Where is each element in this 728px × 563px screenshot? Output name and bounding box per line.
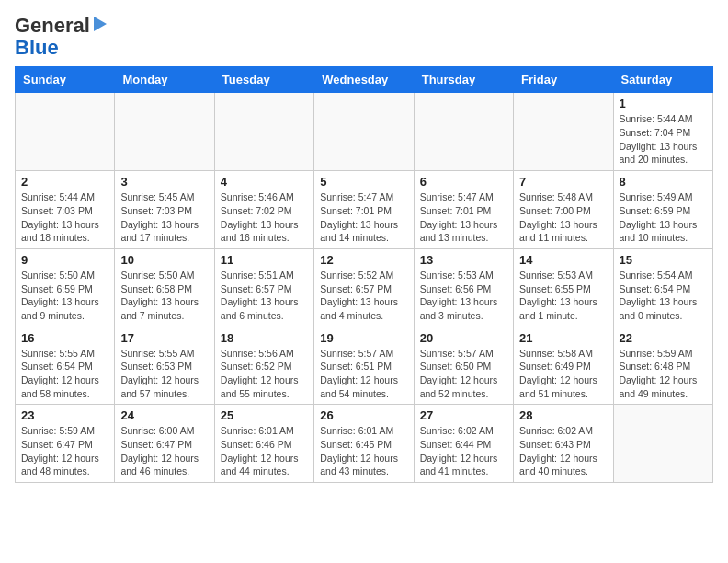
day-number: 28 bbox=[519, 408, 607, 422]
calendar-cell: 25Sunrise: 6:01 AM Sunset: 6:46 PM Dayli… bbox=[214, 405, 313, 483]
calendar-cell: 15Sunrise: 5:54 AM Sunset: 6:54 PM Dayli… bbox=[613, 248, 712, 327]
day-number: 15 bbox=[620, 253, 707, 267]
day-info: Sunrise: 5:50 AM Sunset: 6:59 PM Dayligh… bbox=[21, 269, 108, 323]
page-header: General Blue bbox=[15, 15, 713, 59]
day-number: 7 bbox=[519, 175, 607, 189]
calendar-cell: 10Sunrise: 5:50 AM Sunset: 6:58 PM Dayli… bbox=[115, 248, 214, 327]
day-info: Sunrise: 5:53 AM Sunset: 6:55 PM Dayligh… bbox=[519, 269, 607, 323]
day-number: 16 bbox=[21, 331, 108, 345]
logo-text: General bbox=[15, 15, 90, 37]
day-number: 11 bbox=[221, 253, 308, 267]
calendar-cell: 20Sunrise: 5:57 AM Sunset: 6:50 PM Dayli… bbox=[414, 327, 513, 405]
day-info: Sunrise: 5:47 AM Sunset: 7:01 PM Dayligh… bbox=[320, 190, 407, 245]
day-info: Sunrise: 5:56 AM Sunset: 6:52 PM Dayligh… bbox=[221, 347, 308, 401]
calendar-cell: 24Sunrise: 6:00 AM Sunset: 6:47 PM Dayli… bbox=[115, 405, 214, 483]
day-info: Sunrise: 5:53 AM Sunset: 6:56 PM Dayligh… bbox=[420, 269, 507, 323]
calendar-cell: 18Sunrise: 5:56 AM Sunset: 6:52 PM Dayli… bbox=[214, 327, 313, 405]
day-number: 2 bbox=[21, 175, 108, 189]
day-number: 27 bbox=[420, 408, 507, 422]
calendar-cell bbox=[514, 93, 613, 171]
day-info: Sunrise: 5:50 AM Sunset: 6:58 PM Dayligh… bbox=[120, 269, 208, 323]
day-info: Sunrise: 5:54 AM Sunset: 6:54 PM Dayligh… bbox=[620, 269, 707, 323]
calendar-cell: 27Sunrise: 6:02 AM Sunset: 6:44 PM Dayli… bbox=[414, 405, 513, 483]
day-info: Sunrise: 6:01 AM Sunset: 6:45 PM Dayligh… bbox=[320, 424, 407, 478]
calendar-cell: 7Sunrise: 5:48 AM Sunset: 7:00 PM Daylig… bbox=[514, 171, 613, 249]
calendar-cell: 21Sunrise: 5:58 AM Sunset: 6:49 PM Dayli… bbox=[514, 327, 613, 405]
calendar-header-sunday: Sunday bbox=[16, 67, 115, 93]
calendar-header-monday: Monday bbox=[115, 67, 214, 93]
day-number: 5 bbox=[320, 175, 407, 189]
day-number: 21 bbox=[519, 331, 607, 345]
calendar-header-thursday: Thursday bbox=[414, 67, 513, 93]
calendar-cell: 13Sunrise: 5:53 AM Sunset: 6:56 PM Dayli… bbox=[414, 248, 513, 327]
day-number: 18 bbox=[221, 331, 308, 345]
day-info: Sunrise: 6:00 AM Sunset: 6:47 PM Dayligh… bbox=[120, 424, 208, 478]
day-number: 26 bbox=[320, 408, 407, 422]
calendar-header-wednesday: Wednesday bbox=[314, 67, 414, 93]
calendar-header-tuesday: Tuesday bbox=[214, 67, 313, 93]
day-info: Sunrise: 5:52 AM Sunset: 6:57 PM Dayligh… bbox=[320, 269, 407, 323]
calendar-cell: 2Sunrise: 5:44 AM Sunset: 7:03 PM Daylig… bbox=[16, 171, 115, 249]
calendar-cell: 16Sunrise: 5:55 AM Sunset: 6:54 PM Dayli… bbox=[16, 327, 115, 405]
calendar-cell: 1Sunrise: 5:44 AM Sunset: 7:04 PM Daylig… bbox=[613, 93, 712, 171]
day-number: 8 bbox=[620, 175, 707, 189]
day-number: 19 bbox=[320, 331, 407, 345]
day-number: 17 bbox=[120, 331, 208, 345]
day-number: 6 bbox=[420, 175, 507, 189]
logo: General Blue bbox=[15, 15, 107, 59]
day-info: Sunrise: 5:46 AM Sunset: 7:02 PM Dayligh… bbox=[221, 190, 308, 245]
calendar-cell bbox=[16, 93, 115, 171]
calendar-cell: 8Sunrise: 5:49 AM Sunset: 6:59 PM Daylig… bbox=[613, 171, 712, 249]
calendar-cell bbox=[613, 405, 712, 483]
calendar-cell: 28Sunrise: 6:02 AM Sunset: 6:43 PM Dayli… bbox=[514, 405, 613, 483]
day-number: 24 bbox=[120, 408, 208, 422]
day-info: Sunrise: 5:44 AM Sunset: 7:03 PM Dayligh… bbox=[21, 190, 108, 245]
calendar-header-row: SundayMondayTuesdayWednesdayThursdayFrid… bbox=[16, 67, 713, 93]
day-number: 4 bbox=[221, 175, 308, 189]
calendar-cell: 26Sunrise: 6:01 AM Sunset: 6:45 PM Dayli… bbox=[314, 405, 414, 483]
calendar-cell: 17Sunrise: 5:55 AM Sunset: 6:53 PM Dayli… bbox=[115, 327, 214, 405]
day-info: Sunrise: 6:02 AM Sunset: 6:44 PM Dayligh… bbox=[420, 424, 507, 478]
day-info: Sunrise: 5:45 AM Sunset: 7:03 PM Dayligh… bbox=[120, 190, 208, 245]
day-number: 20 bbox=[420, 331, 507, 345]
calendar-week-row: 2Sunrise: 5:44 AM Sunset: 7:03 PM Daylig… bbox=[16, 171, 713, 249]
day-number: 1 bbox=[620, 97, 707, 110]
day-info: Sunrise: 5:55 AM Sunset: 6:53 PM Dayligh… bbox=[120, 347, 208, 401]
day-info: Sunrise: 5:59 AM Sunset: 6:47 PM Dayligh… bbox=[21, 424, 108, 478]
day-number: 12 bbox=[320, 253, 407, 267]
day-info: Sunrise: 5:44 AM Sunset: 7:04 PM Dayligh… bbox=[620, 112, 707, 167]
calendar-week-row: 16Sunrise: 5:55 AM Sunset: 6:54 PM Dayli… bbox=[16, 327, 713, 405]
day-info: Sunrise: 6:01 AM Sunset: 6:46 PM Dayligh… bbox=[221, 424, 308, 478]
day-info: Sunrise: 5:57 AM Sunset: 6:51 PM Dayligh… bbox=[320, 347, 407, 401]
calendar-cell: 14Sunrise: 5:53 AM Sunset: 6:55 PM Dayli… bbox=[514, 248, 613, 327]
calendar-cell bbox=[214, 93, 313, 171]
day-info: Sunrise: 5:49 AM Sunset: 6:59 PM Dayligh… bbox=[620, 190, 707, 245]
calendar-cell: 9Sunrise: 5:50 AM Sunset: 6:59 PM Daylig… bbox=[16, 248, 115, 327]
calendar-week-row: 1Sunrise: 5:44 AM Sunset: 7:04 PM Daylig… bbox=[16, 93, 713, 171]
calendar-week-row: 23Sunrise: 5:59 AM Sunset: 6:47 PM Dayli… bbox=[16, 405, 713, 483]
day-info: Sunrise: 5:58 AM Sunset: 6:49 PM Dayligh… bbox=[519, 347, 607, 401]
calendar-cell: 3Sunrise: 5:45 AM Sunset: 7:03 PM Daylig… bbox=[115, 171, 214, 249]
calendar-cell: 4Sunrise: 5:46 AM Sunset: 7:02 PM Daylig… bbox=[214, 171, 313, 249]
day-info: Sunrise: 6:02 AM Sunset: 6:43 PM Dayligh… bbox=[519, 424, 607, 478]
calendar-cell: 22Sunrise: 5:59 AM Sunset: 6:48 PM Dayli… bbox=[613, 327, 712, 405]
calendar-header-saturday: Saturday bbox=[613, 67, 712, 93]
day-info: Sunrise: 5:57 AM Sunset: 6:50 PM Dayligh… bbox=[420, 347, 507, 401]
calendar-cell: 6Sunrise: 5:47 AM Sunset: 7:01 PM Daylig… bbox=[414, 171, 513, 249]
day-number: 22 bbox=[620, 331, 707, 345]
day-info: Sunrise: 5:51 AM Sunset: 6:57 PM Dayligh… bbox=[221, 269, 308, 323]
calendar-cell: 23Sunrise: 5:59 AM Sunset: 6:47 PM Dayli… bbox=[16, 405, 115, 483]
day-info: Sunrise: 5:47 AM Sunset: 7:01 PM Dayligh… bbox=[420, 190, 507, 245]
calendar-cell: 11Sunrise: 5:51 AM Sunset: 6:57 PM Dayli… bbox=[214, 248, 313, 327]
day-info: Sunrise: 5:55 AM Sunset: 6:54 PM Dayligh… bbox=[21, 347, 108, 401]
calendar-header-friday: Friday bbox=[514, 67, 613, 93]
logo-arrow-icon bbox=[94, 17, 107, 31]
calendar-cell: 12Sunrise: 5:52 AM Sunset: 6:57 PM Dayli… bbox=[314, 248, 414, 327]
day-number: 14 bbox=[519, 253, 607, 267]
day-number: 10 bbox=[120, 253, 208, 267]
day-number: 3 bbox=[120, 175, 208, 189]
calendar-cell: 19Sunrise: 5:57 AM Sunset: 6:51 PM Dayli… bbox=[314, 327, 414, 405]
calendar-cell bbox=[115, 93, 214, 171]
calendar-table: SundayMondayTuesdayWednesdayThursdayFrid… bbox=[15, 66, 713, 483]
calendar-cell bbox=[414, 93, 513, 171]
